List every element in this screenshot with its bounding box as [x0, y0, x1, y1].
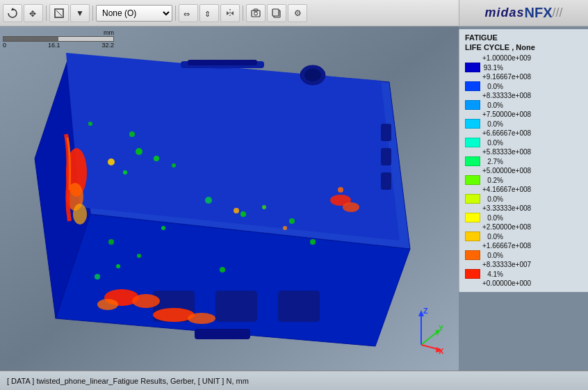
legend-value-1: +9.16667e+008 [482, 73, 582, 81]
toolbar-group-1: ✥ [3, 4, 43, 22]
sep2 [92, 6, 93, 21]
svg-point-48 [137, 254, 141, 258]
svg-point-45 [289, 218, 295, 224]
toolbar: ✥ ▼ None (O) Solid Wireframe Hidden ⇔ ⇕ [0, 0, 459, 26]
svg-point-39 [136, 148, 142, 155]
settings-icon[interactable]: ⚙ [288, 4, 307, 22]
legend-entry-4: 0.0% [465, 138, 582, 147]
model-area[interactable] [0, 26, 459, 371]
svg-point-52 [310, 239, 316, 245]
toolbar-group-3: ⇔ ⇕ [179, 4, 240, 22]
legend: FATIGUE LIFE CYCLE , None +1.00000e+0099… [459, 29, 588, 292]
svg-rect-23 [381, 148, 391, 165]
legend-color-5 [465, 156, 480, 166]
svg-point-49 [220, 267, 225, 273]
coord-axes: Z Y X [397, 307, 446, 355]
svg-point-59 [338, 187, 343, 193]
svg-text:Z: Z [423, 307, 428, 315]
svg-point-8 [254, 12, 258, 15]
legend-pct-10: 0.0% [482, 252, 503, 259]
toolbar-group-4: ⚙ [246, 4, 307, 22]
legend-color-7 [465, 194, 480, 204]
legend-value-11: +8.33333e+007 [482, 261, 582, 268]
legend-entry-11: 4.1% [465, 269, 582, 279]
screenshot-icon[interactable] [246, 4, 266, 22]
legend-value-6: +5.00000e+008 [482, 167, 582, 174]
legend-entry-7: 0.0% [465, 194, 582, 204]
svg-line-63 [421, 331, 439, 345]
legend-pct-5: 2.7% [482, 158, 503, 165]
svg-point-20 [304, 69, 321, 81]
legend-entry-9: 0.0% [465, 231, 582, 241]
svg-line-3 [56, 10, 62, 16]
ruler-unit: mm [3, 29, 114, 36]
svg-text:Y: Y [439, 324, 444, 332]
zoom-dropdown-icon[interactable]: ▼ [70, 4, 90, 22]
svg-rect-24 [381, 172, 391, 190]
svg-point-31 [73, 204, 87, 225]
ruler-val-2: 32.2 [101, 42, 114, 49]
legend-color-0 [465, 63, 480, 72]
legend-subtitle: LIFE CYCLE , None [465, 43, 582, 51]
zoom-extents-icon[interactable] [49, 4, 69, 22]
svg-rect-28 [195, 329, 250, 339]
legend-pct-0: 93.1% [482, 64, 503, 72]
legend-entry-10: 0.0% [465, 250, 582, 260]
display-mode-dropdown[interactable]: None (O) Solid Wireframe Hidden [96, 5, 172, 22]
legend-entries: +1.00000e+00993.1%+9.16667e+0080.0%+8.33… [465, 54, 582, 287]
svg-point-58 [283, 226, 287, 230]
sep4 [243, 6, 243, 21]
scale-ruler: mm 0 16.1 32.2 [3, 29, 114, 49]
status-text: [ DATA ] twisted_phone_linear_Fatigue Re… [7, 377, 249, 385]
pan-icon[interactable]: ✥ [24, 4, 43, 22]
svg-point-41 [123, 170, 127, 174]
legend-value-9: +2.50000e+008 [482, 223, 582, 231]
legend-color-4 [465, 138, 480, 147]
svg-point-44 [262, 205, 266, 209]
legend-pct-4: 0.0% [482, 139, 503, 147]
logo-text: midas [484, 6, 524, 20]
legend-pct-6: 0.2% [482, 177, 503, 184]
legend-value-0: +1.00000e+009 [482, 54, 582, 62]
legend-entry-2: 0.0% [465, 100, 582, 110]
svg-text:X: X [439, 347, 444, 355]
legend-value-2: +8.33333e+008 [482, 92, 582, 99]
ruler-val-1: 16.1 [48, 42, 60, 49]
ruler-labels: 0 16.1 32.2 [3, 42, 114, 49]
legend-color-9 [465, 231, 480, 241]
legend-color-6 [465, 175, 480, 185]
svg-point-36 [188, 313, 215, 324]
svg-point-38 [343, 202, 359, 212]
svg-rect-26 [215, 291, 257, 322]
svg-point-47 [108, 239, 114, 245]
legend-pct-8: 0.0% [482, 214, 503, 222]
legend-pct-3: 0.0% [482, 120, 503, 128]
flip-h-icon[interactable]: ⇔ [179, 4, 198, 22]
legend-entry-0: 93.1% [465, 63, 582, 72]
svg-point-34 [97, 299, 118, 310]
legend-value-5: +5.83333e+008 [482, 148, 582, 156]
legend-title: FATIGUE [465, 33, 582, 42]
svg-point-40 [154, 156, 159, 161]
copy-icon[interactable] [267, 4, 286, 22]
legend-entry-6: 0.2% [465, 175, 582, 185]
legend-value-3: +7.50000e+008 [482, 111, 582, 118]
legend-color-1 [465, 81, 480, 91]
svg-point-54 [129, 131, 135, 137]
svg-rect-27 [278, 291, 320, 322]
mirror-icon[interactable] [220, 4, 240, 22]
logo-area: midas NFX /// [459, 0, 588, 26]
legend-entry-3: 0.0% [465, 119, 582, 129]
svg-point-50 [95, 274, 100, 279]
status-bar: [ DATA ] twisted_phone_linear_Fatigue Re… [0, 371, 588, 390]
legend-pct-7: 0.0% [482, 195, 503, 203]
svg-rect-11 [272, 9, 279, 16]
svg-text:✥: ✥ [29, 9, 36, 19]
rotate-icon[interactable] [3, 4, 22, 22]
logo-nfx: NFX [525, 5, 553, 21]
legend-entry-5: 2.7% [465, 156, 582, 166]
flip-v-icon[interactable]: ⇕ [199, 4, 219, 22]
legend-pct-1: 0.0% [482, 83, 503, 90]
sep3 [175, 6, 176, 21]
svg-point-56 [108, 159, 115, 165]
